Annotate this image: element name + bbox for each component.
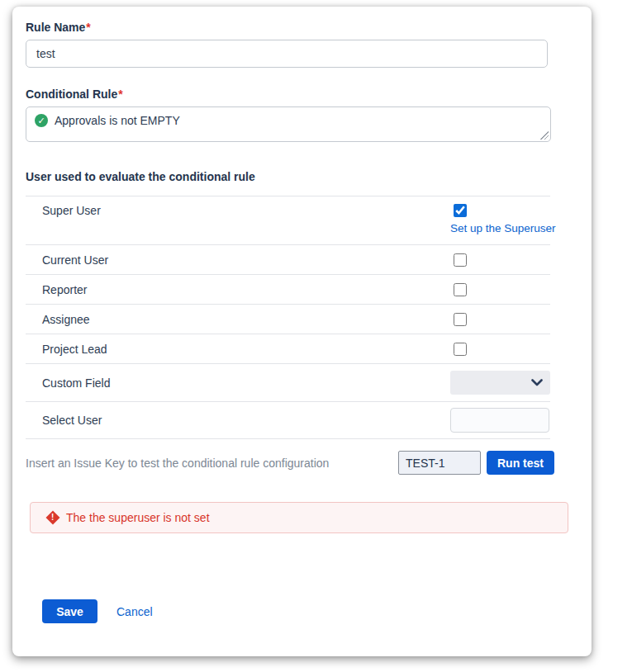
conditional-rule-label: Conditional Rule* xyxy=(26,88,578,101)
assignee-checkbox[interactable] xyxy=(454,313,467,326)
table-row-reporter: Reporter xyxy=(26,274,550,304)
user-eval-table: Super User Set up the Superuser Current … xyxy=(26,196,550,439)
row-label: Custom Field xyxy=(42,376,450,390)
error-diamond-icon: ! xyxy=(46,511,60,525)
row-label: Assignee xyxy=(42,313,450,326)
table-row-super-user: Super User Set up the Superuser xyxy=(26,196,550,244)
conditional-rule-label-text: Conditional Rule xyxy=(26,88,117,101)
chevron-down-icon xyxy=(531,379,543,386)
table-row-assignee: Assignee xyxy=(26,304,550,334)
issue-key-input[interactable] xyxy=(398,451,481,475)
issue-key-test-row: Insert an Issue Key to test the conditio… xyxy=(26,451,554,475)
current-user-checkbox[interactable] xyxy=(454,253,467,267)
project-lead-checkbox[interactable] xyxy=(454,343,467,356)
row-label: Current User xyxy=(42,253,450,267)
table-row-current-user: Current User xyxy=(26,244,550,274)
error-message-text: The the superuser is not set xyxy=(66,511,210,524)
required-asterisk: * xyxy=(86,21,90,34)
conditional-rule-textarea[interactable]: ✓ Approvals is not EMPTY xyxy=(26,106,551,142)
row-label: Select User xyxy=(42,414,450,427)
run-test-button[interactable]: Run test xyxy=(487,451,554,475)
config-form-card: Rule Name* Conditional Rule* ✓ Approvals… xyxy=(12,7,592,656)
row-label: Project Lead xyxy=(42,343,450,356)
resize-grip-icon[interactable] xyxy=(540,131,549,140)
cancel-link[interactable]: Cancel xyxy=(116,605,153,618)
required-asterisk: * xyxy=(118,88,122,101)
rule-name-input[interactable] xyxy=(26,40,548,68)
table-row-custom-field: Custom Field xyxy=(26,363,550,401)
user-section-title: User used to evaluate the conditional ru… xyxy=(26,170,578,183)
table-row-select-user: Select User xyxy=(26,401,550,439)
reporter-checkbox[interactable] xyxy=(454,283,467,296)
form-actions: Save Cancel xyxy=(42,599,153,623)
error-message-box: ! The the superuser is not set xyxy=(30,502,568,533)
row-label: Reporter xyxy=(42,283,450,296)
table-row-project-lead: Project Lead xyxy=(26,334,550,363)
conditional-rule-value: Approvals is not EMPTY xyxy=(55,114,180,128)
super-user-checkbox[interactable] xyxy=(454,204,467,217)
check-circle-icon: ✓ xyxy=(35,114,48,127)
rule-name-label-text: Rule Name xyxy=(26,21,85,34)
save-button[interactable]: Save xyxy=(42,599,97,623)
select-user-input[interactable] xyxy=(450,408,549,433)
rule-name-label: Rule Name* xyxy=(26,21,578,34)
custom-field-select[interactable] xyxy=(450,371,550,395)
setup-superuser-link[interactable]: Set up the Superuser xyxy=(450,222,556,234)
row-label: Super User xyxy=(42,204,450,217)
issue-key-hint: Insert an Issue Key to test the conditio… xyxy=(26,457,398,470)
